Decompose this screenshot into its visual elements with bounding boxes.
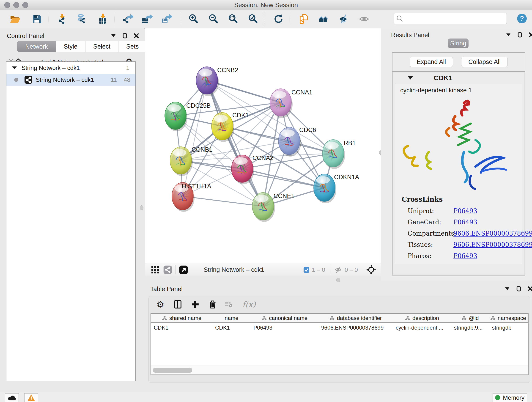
control-panel-title: Control Panel — [7, 32, 44, 40]
column-header-@id[interactable]: @id — [451, 314, 489, 322]
network-row[interactable]: String Network – cdk1 11 48 — [6, 74, 135, 86]
left-splitter-handle[interactable] — [140, 205, 143, 210]
memory-button[interactable]: Memory — [493, 393, 527, 402]
crosslink-label: Tissues: — [402, 241, 453, 248]
function-builder-button: f(x) — [240, 299, 258, 310]
export-network-button[interactable] — [122, 13, 134, 25]
crosshair-icon[interactable] — [366, 265, 376, 275]
network-view: CCNB2CCNA1CDC25BCDK1CDC6RB1CCNB1CCNA2CDK… — [145, 28, 381, 281]
splitter-handle[interactable] — [336, 278, 340, 282]
node-CDC25B[interactable]: CDC25B — [165, 102, 211, 131]
crosslink-link[interactable]: 9606.ENSP00000378699 — [453, 241, 532, 248]
panel-float-icon[interactable] — [517, 32, 523, 38]
cytoscape-window: Session: New Session ? Control Panel Net… — [0, 0, 532, 402]
export-table-button[interactable] — [141, 13, 153, 25]
node-RB1[interactable]: RB1 — [322, 140, 356, 169]
svg-text:?: ? — [520, 14, 524, 22]
gene-collapse-icon[interactable] — [408, 76, 413, 80]
node-CCNE1[interactable]: CCNE1 — [252, 192, 295, 222]
scrollbar-thumb[interactable] — [153, 368, 192, 373]
expand-all-button[interactable]: Expand All — [410, 57, 453, 67]
import-network-from-file-button[interactable] — [56, 13, 68, 25]
node-CDK1[interactable]: CDK1 — [211, 112, 249, 142]
export-image-icon — [161, 13, 172, 25]
node-CDC6[interactable]: CDC6 — [278, 127, 316, 157]
crosslink-link[interactable]: 9606.ENSP00000378699 — [453, 230, 532, 237]
zoom-selected-button[interactable] — [247, 13, 259, 25]
export-image-button[interactable] — [161, 13, 172, 25]
node-CCNB1[interactable]: CCNB1 — [170, 146, 213, 176]
grid-view-icon[interactable] — [151, 266, 159, 274]
column-header-database-identifier[interactable]: database identifier — [318, 314, 393, 322]
tab-style[interactable]: Style — [56, 41, 85, 52]
create-column-icon[interactable] — [172, 299, 183, 310]
main-toolbar: ? — [0, 10, 532, 29]
panel-close-icon[interactable] — [529, 32, 532, 38]
tab-string[interactable]: String — [448, 38, 469, 48]
import-table-from-file-button[interactable] — [97, 13, 109, 25]
zoom-out-button[interactable] — [208, 13, 220, 25]
network-collection-row[interactable]: String Network – cdk1 1 — [6, 62, 135, 74]
panel-menu-icon[interactable] — [505, 286, 510, 292]
gene-card-header[interactable]: CDK1 — [393, 72, 525, 84]
edge-CDK1-RB1[interactable] — [222, 126, 333, 153]
node-label-CCNA2: CCNA2 — [253, 154, 273, 161]
node-HIST1H1A[interactable]: HIST1H1A — [172, 182, 211, 212]
search-box[interactable] — [394, 13, 507, 24]
node-CCNA1[interactable]: CCNA1 — [270, 89, 312, 118]
tab-sets[interactable]: Sets — [119, 41, 147, 52]
panel-float-icon[interactable] — [122, 33, 128, 38]
crosslink-link[interactable]: P06493 — [453, 219, 477, 226]
warning-button[interactable] — [24, 393, 38, 402]
string-network-icon — [24, 76, 32, 84]
help-button[interactable]: ? — [516, 13, 528, 25]
crosslink-link[interactable]: P06493 — [453, 207, 477, 215]
crosslink-link[interactable]: P06493 — [453, 252, 477, 259]
zoom-in-button[interactable] — [188, 13, 200, 25]
open-session-button[interactable] — [9, 13, 21, 25]
column-header-name[interactable]: name — [212, 314, 251, 322]
edge-CCNB2-HIST1H1A[interactable] — [183, 80, 207, 196]
column-header-description[interactable]: description — [393, 314, 451, 322]
selected-checkbox-icon[interactable] — [303, 267, 310, 273]
cloud-button[interactable] — [5, 393, 19, 402]
collapse-all-button[interactable]: Collapse All — [461, 57, 508, 67]
edge-HIST1H1A-CCNE1[interactable] — [183, 196, 263, 206]
table-options-gear-icon[interactable]: ⚙ — [155, 299, 166, 310]
table-cell: CDK1 — [212, 324, 251, 332]
share-document-button[interactable] — [298, 13, 310, 25]
node-label-CDKN1A: CDKN1A — [334, 174, 359, 181]
column-header-namespace[interactable]: namespace — [489, 314, 527, 322]
toggle-details-button[interactable] — [358, 13, 370, 25]
network-canvas[interactable]: CCNB2CCNA1CDC25BCDK1CDC6RB1CCNB1CCNA2CDK… — [145, 28, 381, 263]
crosslinks-section: CrossLinks Uniprot:P06493GeneCard:P06493… — [402, 196, 532, 259]
tab-select[interactable]: Select — [85, 41, 119, 52]
panel-close-icon[interactable] — [527, 286, 532, 292]
tab-network[interactable]: Network — [17, 41, 56, 52]
node-CCNB2[interactable]: CCNB2 — [196, 67, 238, 96]
panel-menu-icon[interactable] — [111, 33, 116, 38]
save-session-button[interactable] — [31, 13, 43, 25]
network-share-badge-icon[interactable] — [163, 265, 172, 274]
panel-float-icon[interactable] — [516, 286, 521, 292]
column-header-shared-name[interactable]: shared name — [151, 314, 213, 322]
panel-menu-icon[interactable] — [506, 32, 511, 38]
search-input[interactable] — [406, 15, 507, 22]
refresh-button[interactable] — [272, 13, 284, 25]
show-graphics-details-button[interactable] — [317, 13, 329, 25]
column-header-canonical-name[interactable]: canonical name — [251, 314, 319, 322]
hidden-eye-icon — [334, 266, 342, 274]
edge-CCNB2-CCNE1[interactable] — [207, 80, 263, 206]
table-horizontal-scrollbar[interactable] — [151, 366, 528, 375]
zoom-fit-content-button[interactable] — [227, 13, 239, 25]
hide-graphics-details-button[interactable] — [338, 13, 350, 25]
delete-column-trash-icon[interactable] — [207, 299, 218, 310]
node-CDKN1A[interactable]: CDKN1A — [314, 174, 359, 203]
gene-result-card: CDK1 cyclin-dependent kinase 1 — [392, 71, 525, 275]
birds-eye-view-icon[interactable] — [179, 265, 188, 274]
collection-expand-icon[interactable] — [12, 66, 17, 70]
panel-close-icon[interactable] — [133, 33, 139, 38]
add-row-plus-icon[interactable] — [190, 299, 201, 310]
import-network-from-database-button[interactable] — [76, 13, 88, 25]
selected-node-edge-count: 1 – 0 — [312, 266, 325, 274]
